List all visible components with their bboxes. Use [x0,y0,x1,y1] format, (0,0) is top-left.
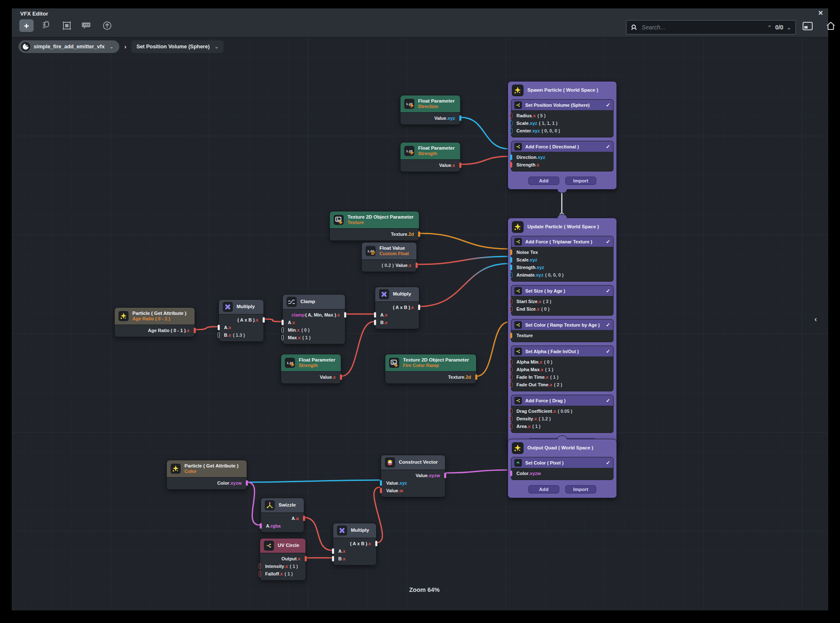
input-port[interactable] [380,488,382,494]
wire[interactable] [461,156,509,164]
wire[interactable] [445,470,507,473]
breadcrumb-current[interactable]: Set Position Volume (Sphere) ⌄ [132,40,224,53]
node-header[interactable]: 1.23Float ValueCustom Float [362,243,416,260]
input-port[interactable] [259,571,261,577]
block-set-color-pixel[interactable]: Set Color ( Pixel )✓Color.xyzw [511,457,614,480]
wire[interactable] [461,117,509,149]
wire[interactable] [247,480,380,482]
import-button[interactable]: Import [565,485,596,494]
input-port[interactable] [282,320,284,325]
output-port[interactable] [418,305,420,310]
node-spawn-particle[interactable]: Spawn Particle ( World Space )Set Positi… [508,81,617,190]
node-header[interactable]: Particle ( Get Attribute )Color [167,460,247,478]
node-header[interactable]: Multiply [375,287,419,302]
node-float-parameter-strength-2[interactable]: 1.23Float ParameterStrengthValue.x [281,354,341,384]
node-header[interactable]: 1.23Float ParameterStrength [400,143,460,160]
input-port[interactable] [510,113,512,119]
block-add-force-directional[interactable]: Add Force ( Directional )✓Direction.xyzS… [511,141,614,172]
output-port[interactable] [194,328,196,333]
block-header[interactable]: Add Force ( Drag )✓ [511,395,613,406]
input-port[interactable] [510,299,512,304]
wire[interactable] [419,233,509,249]
flow-input-anchor[interactable] [557,436,567,439]
input-port[interactable] [510,424,512,429]
add-button[interactable]: Add [528,485,559,494]
node-header[interactable]: Update Particle ( World Space ) [508,218,616,236]
breadcrumb-root[interactable]: simple_fire_add_emitter_vfx ⌄ [18,40,119,53]
wire[interactable] [264,319,282,322]
blackboard-toggle-icon[interactable] [802,21,814,31]
node-float-parameter-direction[interactable]: 1.23Float ParameterDirectionValue.xyz [400,95,461,125]
wire[interactable] [247,482,260,525]
node-output-quad[interactable]: Output Quad ( World Space )Set Color ( P… [508,439,617,498]
block-enabled-checkbox[interactable]: ✓ [606,288,610,294]
template-icon[interactable] [39,19,54,32]
input-port[interactable] [218,325,220,330]
block-set-alpha-fade-in-out[interactable]: Set Alpha ( Fade In/Out )✓Alpha Min.x( 0… [511,346,614,391]
output-port[interactable] [416,263,418,268]
comment-icon[interactable] [80,19,94,32]
input-port[interactable] [510,382,512,388]
import-button[interactable]: Import [565,177,596,185]
node-update-particle[interactable]: Update Particle ( World Space )Add Force… [508,218,617,451]
node-clamp[interactable]: Clampclamp( A, Min, Max ).xA.xMin.x( 0 )… [282,294,345,344]
node-header[interactable]: Multiply [219,300,263,314]
output-port[interactable] [418,232,420,237]
node-header[interactable]: Construct Vector [381,455,445,470]
block-enabled-checkbox[interactable]: ✓ [606,348,610,354]
node-float-value-custom-float[interactable]: 1.23Float ValueCustom Float( 0.2 )Value.… [361,242,417,272]
wire[interactable] [417,256,509,264]
node-header[interactable]: 1.23Float ParameterDirection [400,95,460,113]
output-port[interactable] [375,541,377,546]
node-header[interactable]: Spawn Particle ( World Space ) [508,82,616,99]
node-header[interactable]: Particle ( Get Attribute )Age Ratio ( 0 … [115,308,195,325]
search-input[interactable] [641,24,764,31]
upload-icon[interactable] [100,19,114,32]
input-port[interactable] [218,333,220,338]
node-header[interactable]: Texture 2D Object ParameterFire Color Ra… [385,354,476,372]
node-multiply-3[interactable]: Multiply( A x B ).xA.xB.x [333,523,377,565]
output-port[interactable] [303,516,305,521]
input-port[interactable] [510,121,512,126]
node-header[interactable]: Output Quad ( World Space ) [508,439,616,457]
input-port[interactable] [282,335,284,341]
input-port[interactable] [510,162,512,168]
collapse-panel-icon[interactable]: ‹ [814,314,817,324]
block-header[interactable]: Add Force ( Triplanar Texture )✓ [511,236,613,247]
search-next-icon[interactable]: ⌄ [787,24,791,31]
input-port[interactable] [510,471,512,476]
input-port[interactable] [510,306,512,312]
block-set-position-volume-sphere[interactable]: Set Position Volume (Sphere)✓Radius.x( 5… [511,99,614,137]
output-port[interactable] [246,480,248,486]
input-port[interactable] [332,549,334,554]
input-port[interactable] [510,409,512,414]
input-port[interactable] [510,375,512,380]
node-texture-2d-parameter-texture[interactable]: Texture 2D Object ParameterTextureTextur… [329,211,419,241]
input-port[interactable] [510,128,512,134]
block-header[interactable]: Set Alpha ( Fade In/Out )✓ [511,346,613,356]
input-port[interactable] [380,480,382,486]
frame-selection-icon[interactable] [60,19,74,32]
block-header[interactable]: Set Size ( by Age )✓ [511,285,613,296]
input-port[interactable] [374,320,376,325]
block-enabled-checkbox[interactable]: ✓ [606,144,610,150]
input-port[interactable] [510,333,512,338]
input-port[interactable] [510,257,512,263]
node-header[interactable]: 1.23Float ParameterStrength [281,354,341,372]
add-button[interactable]: Add [528,177,559,185]
output-port[interactable] [344,312,346,318]
wire[interactable] [341,322,374,376]
output-port[interactable] [263,317,265,323]
block-header[interactable]: Add Force ( Directional )✓ [511,141,613,152]
input-port[interactable] [260,523,262,529]
block-enabled-checkbox[interactable]: ✓ [606,102,610,108]
block-enabled-checkbox[interactable]: ✓ [606,398,610,404]
output-port[interactable] [444,473,446,478]
block-set-size-by-age[interactable]: Set Size ( by Age )✓Start Size.x( 3 )End… [511,285,614,316]
block-enabled-checkbox[interactable]: ✓ [606,460,610,466]
output-port[interactable] [340,375,342,380]
block-header[interactable]: Set Color ( Ramp Texture by Age )✓ [511,319,613,330]
block-add-force-triplanar-texture[interactable]: Add Force ( Triplanar Texture )✓Noise Te… [511,236,614,282]
output-port[interactable] [305,556,307,562]
block-header[interactable]: Set Color ( Pixel )✓ [511,457,613,468]
